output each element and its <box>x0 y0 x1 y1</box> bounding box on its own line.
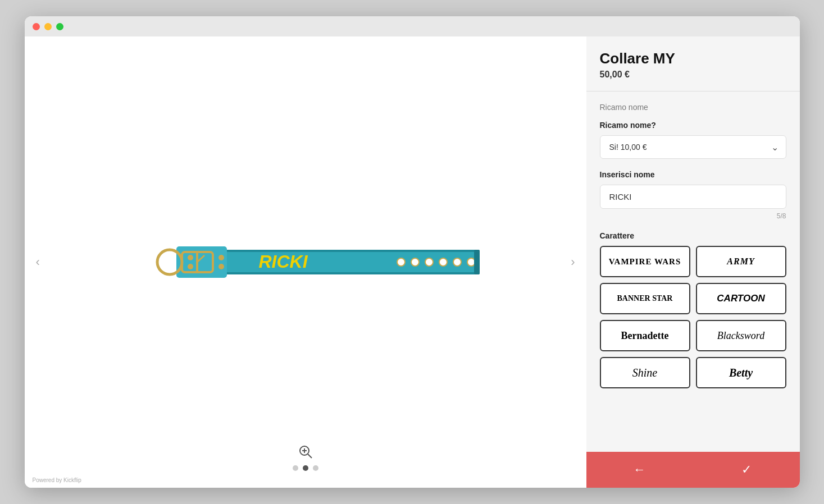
svg-point-15 <box>425 258 433 266</box>
nome-field-label: Inserisci nome <box>600 170 786 179</box>
font-blacksword[interactable]: Blacksword <box>696 320 786 351</box>
font-cartoon[interactable]: CARTOON <box>696 283 786 314</box>
svg-line-21 <box>308 454 312 458</box>
collar-image: RICKI <box>109 228 502 296</box>
ricamo-select[interactable]: No Si! 10,00 € <box>600 135 786 159</box>
svg-text:RICKI: RICKI <box>258 251 308 272</box>
back-icon: ← <box>634 462 646 477</box>
next-arrow[interactable]: › <box>565 249 580 275</box>
action-bar: ← ✓ <box>586 452 800 488</box>
svg-point-14 <box>411 258 419 266</box>
svg-point-16 <box>439 258 447 266</box>
powered-by: Powered by Kickflip <box>33 477 81 483</box>
font-betty[interactable]: Betty <box>696 357 786 388</box>
svg-point-8 <box>188 255 193 260</box>
zoom-button[interactable] <box>298 444 313 460</box>
svg-point-17 <box>453 258 461 266</box>
font-grid: VAMPIRE WARS ARMY BANNER STAR CARTOON Be… <box>600 246 786 388</box>
product-image-area: RICKI <box>25 36 586 488</box>
prev-arrow[interactable]: ‹ <box>30 249 45 275</box>
font-army[interactable]: ARMY <box>696 246 786 277</box>
close-dot[interactable] <box>33 23 40 30</box>
section-label: Ricamo nome <box>600 103 786 112</box>
svg-point-9 <box>188 264 193 269</box>
back-button[interactable]: ← <box>586 452 693 488</box>
options-scroll: Collare MY 50,00 € Ricamo nome Ricamo no… <box>586 36 800 452</box>
nome-input[interactable] <box>600 185 786 209</box>
options-panel: Collare MY 50,00 € Ricamo nome Ricamo no… <box>586 36 800 488</box>
nome-input-wrapper <box>600 185 786 209</box>
product-price: 50,00 € <box>600 70 786 80</box>
main-content: ‹ <box>25 36 800 488</box>
font-shine[interactable]: Shine <box>600 357 690 388</box>
font-bernadette[interactable]: Bernadette <box>600 320 690 351</box>
carattere-field-label: Carattere <box>600 231 786 240</box>
section-divider <box>586 91 800 91</box>
svg-point-11 <box>218 264 224 269</box>
svg-point-18 <box>467 258 475 266</box>
zoom-icon <box>298 444 313 460</box>
app-window: ‹ <box>25 16 800 488</box>
minimize-dot[interactable] <box>44 23 52 30</box>
svg-rect-19 <box>474 250 480 274</box>
titlebar <box>25 16 800 36</box>
svg-point-10 <box>218 255 224 260</box>
font-vampire-wars[interactable]: VAMPIRE WARS <box>600 246 690 277</box>
preview-panel: ‹ <box>25 36 586 488</box>
svg-point-13 <box>397 258 405 266</box>
check-icon: ✓ <box>741 462 752 477</box>
product-title: Collare MY <box>600 50 786 67</box>
dot-3[interactable] <box>313 465 318 471</box>
ricamo-field-label: Ricamo nome? <box>600 121 786 130</box>
dot-1[interactable] <box>293 465 298 471</box>
image-dots <box>293 465 318 471</box>
char-count: 5/8 <box>600 212 786 220</box>
maximize-dot[interactable] <box>56 23 63 30</box>
ricamo-select-wrapper: No Si! 10,00 € ⌄ <box>600 135 786 159</box>
confirm-button[interactable]: ✓ <box>693 452 800 488</box>
font-banner-star[interactable]: BANNER STAR <box>600 283 690 314</box>
dot-2[interactable] <box>303 465 308 471</box>
